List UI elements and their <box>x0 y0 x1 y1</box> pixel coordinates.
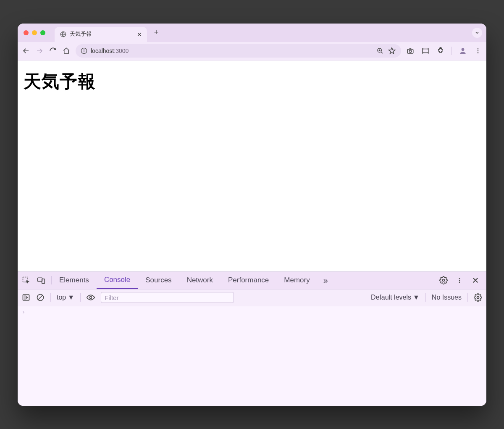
svg-point-23 <box>459 278 460 279</box>
clear-console-icon[interactable] <box>36 293 45 302</box>
console-settings-icon[interactable] <box>474 293 482 302</box>
svg-point-24 <box>459 280 460 281</box>
reload-button[interactable] <box>49 47 57 55</box>
console-filter-input[interactable] <box>101 292 234 303</box>
device-toggle-icon[interactable] <box>37 276 45 284</box>
home-button[interactable] <box>62 47 71 55</box>
extensions-icon[interactable] <box>436 47 445 55</box>
svg-line-31 <box>38 295 42 300</box>
log-levels-selector[interactable]: Default levels ▼ <box>371 294 420 301</box>
separator <box>452 47 452 55</box>
console-toolbar: top ▼ Default levels ▼ No Issues <box>18 290 486 306</box>
dropdown-caret-icon: ▼ <box>68 294 74 301</box>
svg-point-32 <box>90 297 92 299</box>
inspect-element-icon[interactable] <box>22 276 30 284</box>
devtools-tab-network[interactable]: Network <box>179 272 220 289</box>
responsive-icon[interactable] <box>421 47 430 55</box>
context-label: top <box>57 294 66 301</box>
svg-point-25 <box>459 282 460 283</box>
devtools-tab-bar: Elements Console Sources Network Perform… <box>18 272 486 290</box>
address-port: :3000 <box>114 47 129 54</box>
new-tab-button[interactable]: + <box>150 27 162 39</box>
devtools-tab-sources[interactable]: Sources <box>138 272 179 289</box>
address-text: localhost:3000 <box>91 47 373 54</box>
levels-label: Default levels <box>371 294 411 301</box>
tabs-menu-button[interactable] <box>472 28 482 38</box>
devtools-tab-memory[interactable]: Memory <box>276 272 317 289</box>
separator <box>50 293 51 302</box>
address-host: localhost <box>91 47 114 54</box>
browser-toolbar: localhost:3000 <box>18 42 486 61</box>
page-viewport: 天気予報 <box>18 61 486 271</box>
toolbar-actions <box>406 47 482 55</box>
svg-rect-11 <box>407 49 413 53</box>
svg-rect-20 <box>38 278 42 281</box>
address-bar[interactable]: localhost:3000 <box>76 44 401 58</box>
devtools-close-icon[interactable] <box>471 276 480 284</box>
console-prompt-caret: › <box>22 309 25 315</box>
devtools-tab-performance[interactable]: Performance <box>220 272 276 289</box>
separator <box>425 293 426 302</box>
devtools-more-tabs[interactable]: » <box>318 276 334 285</box>
svg-point-22 <box>443 279 445 282</box>
live-expression-icon[interactable] <box>87 293 95 302</box>
devtools-settings-icon[interactable] <box>439 276 448 284</box>
console-output[interactable]: › <box>18 306 486 406</box>
window-minimize-button[interactable] <box>32 30 37 35</box>
site-info-icon[interactable] <box>81 47 87 54</box>
dropdown-caret-icon: ▼ <box>413 294 420 301</box>
browser-window: 天気予報 ✕ + localhost:3000 <box>18 24 486 406</box>
separator <box>80 293 81 302</box>
svg-point-12 <box>409 50 411 53</box>
svg-rect-28 <box>23 295 29 300</box>
svg-rect-13 <box>423 49 428 53</box>
svg-point-18 <box>478 52 479 53</box>
kebab-menu-icon[interactable] <box>474 47 482 55</box>
svg-point-5 <box>84 49 84 50</box>
svg-point-15 <box>462 48 465 51</box>
devtools-panel: Elements Console Sources Network Perform… <box>18 271 486 406</box>
tab-title: 天気予報 <box>70 31 134 38</box>
devtools-tab-elements[interactable]: Elements <box>52 272 97 289</box>
window-zoom-button[interactable] <box>40 30 45 35</box>
separator <box>467 293 468 302</box>
svg-point-17 <box>478 50 479 52</box>
svg-line-7 <box>381 52 383 53</box>
console-sidebar-toggle-icon[interactable] <box>22 293 30 302</box>
window-controls <box>24 30 45 35</box>
bookmark-star-icon[interactable] <box>388 47 396 55</box>
svg-point-33 <box>477 297 479 299</box>
window-close-button[interactable] <box>24 30 29 35</box>
nav-back-button[interactable] <box>22 47 30 55</box>
browser-tab[interactable]: 天気予報 ✕ <box>55 27 147 42</box>
screenshot-icon[interactable] <box>406 47 415 55</box>
tab-close-button[interactable]: ✕ <box>137 31 142 38</box>
devtools-tab-console[interactable]: Console <box>97 272 138 289</box>
page-heading: 天気予報 <box>24 70 480 93</box>
svg-marker-10 <box>389 48 395 54</box>
issues-label[interactable]: No Issues <box>432 294 462 301</box>
tab-strip: 天気予報 ✕ + <box>18 24 486 42</box>
svg-point-16 <box>478 48 479 50</box>
nav-forward-button[interactable] <box>35 47 44 55</box>
zoom-icon[interactable] <box>376 47 384 55</box>
profile-icon[interactable] <box>459 47 467 55</box>
devtools-kebab-icon[interactable] <box>455 276 464 284</box>
execution-context-selector[interactable]: top ▼ <box>57 294 74 301</box>
globe-icon <box>60 31 66 38</box>
